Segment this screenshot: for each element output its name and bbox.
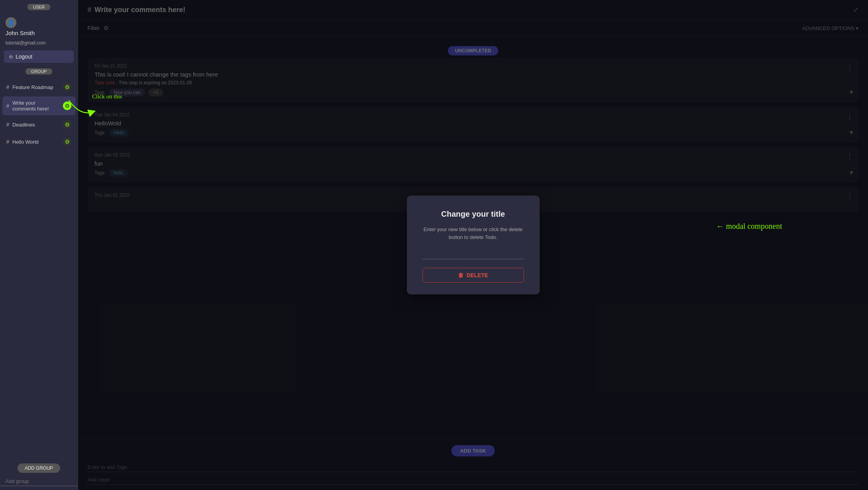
modal-component-label: ← modal component <box>716 222 782 230</box>
gear-icon-0[interactable]: ⚙ <box>63 83 71 91</box>
hash-icon-3: # <box>6 139 9 145</box>
gear-icon-2[interactable]: ⚙ <box>63 120 71 129</box>
user-section: 👤 John Smith <box>0 14 78 39</box>
add-group-input[interactable] <box>0 477 78 486</box>
group-name-2: Deadlines <box>12 122 60 128</box>
sidebar-item-hello-world[interactable]: # Hello World ⚙ <box>2 134 75 150</box>
sidebar-item-write-comments[interactable]: # Write your comments here! ⚙ Click on t… <box>2 96 75 115</box>
sidebar: USER 👤 John Smith tutorial@gmail.com ⎋ L… <box>0 0 78 490</box>
modal-delete-button[interactable]: 🗑 DELETE <box>422 268 524 283</box>
modal-title-input[interactable] <box>422 248 524 259</box>
modal-overlay[interactable]: Change your title Enter your new title b… <box>78 0 868 490</box>
main-area: # Write your comments here! ⤢ Filter ⚙ A… <box>78 0 868 490</box>
group-name-3: Hello World <box>12 139 60 145</box>
trash-icon: 🗑 <box>458 272 463 278</box>
group-name-0: Feature Roadmap <box>12 84 60 90</box>
logout-label: Logout <box>16 53 32 60</box>
group-name-1: Write your comments here! <box>12 100 60 112</box>
hash-icon-2: # <box>6 121 9 128</box>
hash-icon-1: # <box>6 103 9 109</box>
user-email: tutorial@gmail.com <box>0 39 78 49</box>
logout-icon: ⎋ <box>9 53 12 60</box>
avatar: 👤 <box>5 17 16 28</box>
gear-icon-1[interactable]: ⚙ <box>63 102 71 110</box>
username: John Smith <box>5 30 35 36</box>
modal-delete-label: DELETE <box>467 272 488 278</box>
modal-annotation: ← modal component <box>716 222 782 231</box>
user-badge: USER <box>27 4 50 10</box>
modal-title: Change your title <box>441 210 505 219</box>
sidebar-item-deadlines[interactable]: # Deadlines ⚙ <box>2 117 75 132</box>
sidebar-item-feature-roadmap[interactable]: # Feature Roadmap ⚙ <box>2 79 75 95</box>
group-badge: GROUP <box>25 68 52 75</box>
add-group-button[interactable]: ADD GROUP <box>18 463 60 473</box>
hash-icon-0: # <box>6 84 9 90</box>
logout-button[interactable]: ⎋ Logout <box>4 50 74 63</box>
avatar-icon: 👤 <box>8 20 14 26</box>
gear-icon-3[interactable]: ⚙ <box>63 137 71 146</box>
modal-description: Enter your new title below or click the … <box>422 226 524 241</box>
modal-dialog: Change your title Enter your new title b… <box>407 196 540 294</box>
